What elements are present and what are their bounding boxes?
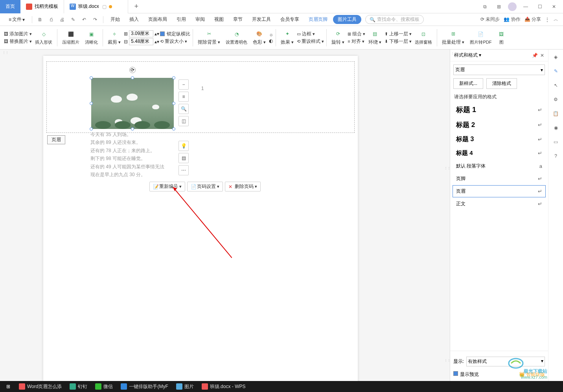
clarity-button[interactable]: ▣清晰化 [83, 28, 100, 48]
pic-extract-button[interactable]: 🖼图 [495, 28, 508, 48]
start-button[interactable]: ⊞ [2, 383, 14, 390]
file-menu[interactable]: ≡ 文件 ▾ [5, 15, 29, 24]
cursor-icon[interactable]: ↖ [552, 81, 560, 90]
tab-template[interactable]: 找稻壳模板 [20, 0, 64, 13]
ft-zoom-button[interactable]: 🔍 [178, 104, 189, 114]
save-icon[interactable]: 🗎 [37, 16, 44, 23]
user-avatar[interactable] [508, 2, 517, 11]
help-icon[interactable]: ? [552, 152, 560, 160]
taskbar-item[interactable]: 图片 [172, 382, 198, 391]
unsync-button[interactable]: ⟳ 未同步 [480, 16, 500, 23]
stepper-icon[interactable]: ▴▾ [155, 39, 159, 44]
rotate-handle[interactable]: ⟳ [129, 67, 136, 73]
batch-button[interactable]: ⊞批量处理 ▾ [440, 28, 467, 48]
resize-handle-n[interactable] [131, 76, 134, 79]
taskbar-item[interactable]: Word页眉怎么添 [15, 382, 66, 391]
pin-icon[interactable]: 📌 [532, 53, 538, 58]
replace-picture-button[interactable]: 🖼 替换图片 ▾ [4, 38, 32, 45]
menu-insert[interactable]: 插入 [125, 15, 143, 24]
collab-button[interactable]: 👥 协作 [504, 16, 520, 23]
resize-handle-nw[interactable] [90, 76, 93, 79]
ft-minus-button[interactable]: − [178, 79, 189, 90]
clipboard-icon[interactable]: 📋 [552, 109, 560, 118]
edit-icon[interactable]: ✎ [552, 67, 560, 75]
document-area[interactable]: ⋮⋮ 1 页眉 ⟳ [0, 50, 450, 381]
ft-bulb-button[interactable]: 💡 [178, 141, 189, 151]
minimize-button[interactable]: — [521, 2, 531, 12]
style-item[interactable]: 正文↵ [453, 198, 546, 210]
print-icon[interactable]: 🖨 [59, 16, 66, 23]
ft-more-button[interactable]: ⋯ [178, 165, 189, 175]
resize-handle-w[interactable] [90, 102, 93, 105]
style-item[interactable]: 页脚↵ [453, 173, 546, 185]
settings-icon[interactable]: ⚙ [552, 95, 560, 104]
menu-view[interactable]: 视图 [210, 15, 228, 24]
send-backward-button[interactable]: ⬇ 下移一层 ▾ [385, 38, 412, 45]
diamond-icon[interactable]: ◈ [552, 53, 560, 61]
style-item[interactable]: 标题 3↵ [453, 133, 546, 146]
resize-handle-se[interactable] [172, 127, 175, 131]
taskbar-item[interactable]: 微信 [91, 382, 117, 391]
taskbar-item[interactable]: 钉钉 [66, 382, 91, 391]
search-input[interactable]: 🔍 查找命令、搜索模板 [365, 15, 424, 24]
transparent-color-button[interactable]: ◔设置透明色 [223, 28, 250, 48]
resize-handle-e[interactable] [172, 102, 175, 105]
panel-drag-icon[interactable]: ⋮⋮ [451, 53, 455, 54]
style-item[interactable]: 默认 段落字体a [453, 160, 546, 172]
resize-handle-ne[interactable] [172, 76, 175, 79]
undo-icon[interactable]: ↶ [81, 16, 88, 23]
resize-handle-s[interactable] [131, 127, 134, 131]
effects-button[interactable]: ✦效果 ▾ [278, 28, 296, 48]
reset-size-button[interactable]: ⟲ 重设大小 ▾ [160, 38, 190, 45]
style-item[interactable]: 页眉↵ [453, 185, 546, 197]
stepper-icon[interactable]: ▴▾ [155, 31, 159, 37]
new-tab-button[interactable]: + [131, 1, 142, 13]
menu-reference[interactable]: 引用 [173, 15, 190, 24]
taskbar-item[interactable]: 班级.docx - WPS [198, 382, 250, 391]
menu-header-footer[interactable]: 页眉页脚 [305, 15, 331, 24]
contrast-button[interactable]: ◐ [269, 38, 273, 44]
menu-section[interactable]: 章节 [229, 15, 247, 24]
new-style-button[interactable]: 新样式... [453, 78, 483, 89]
location-icon[interactable]: ◉ [552, 123, 560, 132]
align-button[interactable]: ≡ 对齐 ▾ [348, 38, 365, 45]
taskbar-item[interactable]: 一键排版助手(MyF [117, 382, 172, 391]
reset-style-button[interactable]: ⟲ 重设样式 ▾ [297, 38, 324, 45]
tab-home[interactable]: 首页 [0, 0, 20, 13]
insert-shape-button[interactable]: ◇插入形状 [33, 28, 55, 48]
rotate-button[interactable]: ⟳旋转 ▾ [329, 28, 347, 48]
brightness-button[interactable]: ☼ [269, 32, 273, 37]
lock-ratio-checkbox[interactable]: 锁定纵横比 [160, 31, 190, 37]
border-button[interactable]: ▭ 边框 ▾ [297, 31, 324, 37]
current-style-dropdown[interactable]: 页眉▾ [453, 64, 545, 75]
crop-button[interactable]: ⟡裁剪 ▾ [105, 28, 123, 48]
apps-icon[interactable]: ⊞ [494, 2, 504, 12]
ft-crop-button[interactable]: ◫ [178, 116, 189, 126]
pic-to-pdf-button[interactable]: 📄图片转PDF [467, 28, 494, 48]
menu-developer[interactable]: 开发工具 [248, 15, 275, 24]
compress-button[interactable]: ⬛压缩图片 [60, 28, 82, 48]
more-icon[interactable]: ⋮ [545, 17, 550, 22]
menu-page-layout[interactable]: 页面布局 [144, 15, 171, 24]
redo-icon[interactable]: ↷ [92, 16, 99, 23]
selected-image[interactable]: ⟳ [91, 78, 174, 129]
selection-pane-button[interactable]: ⊡选择窗格 [412, 28, 434, 48]
close-panel-icon[interactable]: ✕ [540, 53, 544, 58]
group-button[interactable]: ⊞ 组合 ▾ [348, 31, 365, 37]
menu-start[interactable]: 开始 [107, 15, 124, 24]
add-picture-button[interactable]: 🖼 添加图片 ▾ [4, 31, 32, 37]
remove-bg-button[interactable]: ✂抠除背景 ▾ [195, 28, 223, 48]
style-item[interactable]: 标题 4↵ [453, 147, 546, 160]
menu-member[interactable]: 会员专享 [276, 15, 303, 24]
height-input[interactable] [129, 30, 153, 37]
wrap-button[interactable]: ▤环绕 ▾ [366, 28, 384, 48]
ft-wrap-button[interactable]: ▤ [178, 153, 189, 163]
style-item[interactable]: 标题 1↵ [453, 102, 546, 117]
close-button[interactable]: ✕ [549, 2, 559, 12]
tab-document[interactable]: 班级.docx ▢ [64, 0, 128, 13]
print-preview-icon[interactable]: ⎙ [48, 16, 55, 23]
menu-review[interactable]: 审阅 [191, 15, 209, 24]
panel-drag-icon[interactable]: ⋮⋮ [2, 52, 6, 53]
maximize-button[interactable]: ☐ [535, 2, 545, 12]
layout-icon[interactable]: ⧉ [480, 2, 490, 12]
